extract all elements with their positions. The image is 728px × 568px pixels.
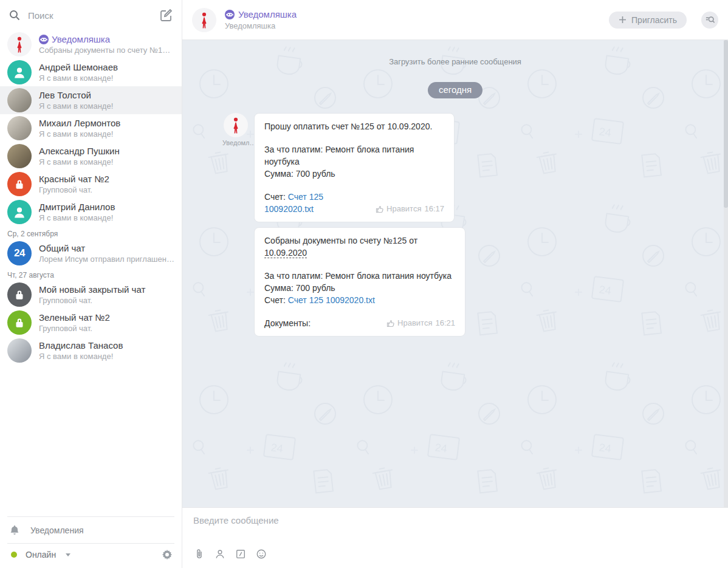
chat-name: Лев Толстой <box>39 89 174 101</box>
message-text: Счет: Счет 125 10092020.txt <box>264 191 362 215</box>
sidebar-item-obschiy-chat[interactable]: 24 Общий чат Лорем Ипсум отправил пригла… <box>0 239 182 267</box>
avatar <box>7 144 32 168</box>
avatar <box>7 60 32 84</box>
load-earlier-messages-link[interactable]: Загрузить более ранние сообщения <box>182 57 728 66</box>
avatar <box>7 116 32 140</box>
message-text: Сумма: 700 рубль <box>264 168 444 180</box>
message-text: Документы: <box>264 317 311 329</box>
avatar-lock-icon <box>7 310 32 335</box>
message-row: Собраны документы по счету №125 от 10.09… <box>182 227 728 337</box>
message-bubble: Прошу оплатить счет №125 от 10.09.2020. … <box>254 113 455 222</box>
underlined-date[interactable]: 10.09.2020 <box>264 248 307 258</box>
message-time: 16:17 <box>424 203 444 215</box>
message-text: Прошу оплатить счет №125 от 10.09.2020. <box>264 120 444 132</box>
command-icon[interactable] <box>235 548 247 560</box>
chat-preview: Групповой чат. <box>39 295 174 306</box>
chat-preview: Групповой чат. <box>39 323 174 334</box>
mention-contact-icon[interactable] <box>214 548 226 560</box>
like-button[interactable]: Нравится <box>376 203 421 215</box>
chat-name: Дмитрий Данилов <box>39 201 174 213</box>
scrollbar-track[interactable] <box>724 40 728 507</box>
notifications-row[interactable]: Уведомления <box>0 517 182 543</box>
sidebar-search-bar <box>0 0 182 30</box>
chat-subtitle: Уведомляшка <box>225 21 600 31</box>
chat-name: Мой новый закрытый чат <box>39 284 174 295</box>
search-icon <box>9 9 21 21</box>
avatar <box>7 200 32 224</box>
message-sender-name: Уведомл… <box>222 139 249 146</box>
message-input[interactable] <box>193 515 717 546</box>
status-label[interactable]: Онлайн <box>26 550 56 559</box>
attach-file-icon[interactable] <box>193 548 205 560</box>
avatar-lock-icon <box>7 282 32 307</box>
search-input[interactable] <box>28 10 151 21</box>
scrollbar-thumb[interactable] <box>724 40 728 208</box>
chat-preview: Лорем Ипсум отправил приглашен… <box>39 254 174 264</box>
chat-title[interactable]: Уведомляшка <box>238 9 297 21</box>
chat-preview: Групповой чат. <box>39 185 174 195</box>
avatar <box>7 32 32 56</box>
messenger-app: Уведомляшка Собраны документы по счету №… <box>0 0 728 568</box>
sidebar-item-tanasov[interactable]: Владислав Танасов Я с вами в команде! <box>0 337 182 364</box>
invite-button[interactable]: Пригласить <box>609 12 687 29</box>
chat-name: Андрей Шемонаев <box>39 61 174 73</box>
day-badge: сегодня <box>428 82 482 98</box>
bot-badge-icon <box>39 35 49 44</box>
bot-badge-icon <box>225 10 235 19</box>
online-status-dot <box>11 552 17 558</box>
message-text: За что платим: Ремонт блока питания ноут… <box>264 143 444 168</box>
thumbs-up-icon <box>386 319 395 327</box>
sidebar-item-danilov[interactable]: Дмитрий Данилов Я с вами в команде! <box>0 198 182 226</box>
chat-name: Александр Пушкин <box>39 145 174 157</box>
message-composer <box>182 507 728 568</box>
status-row: Онлайн <box>0 544 182 568</box>
message-bubble: Собраны документы по счету №125 от 10.09… <box>254 227 465 337</box>
chat-name: Уведомляшка <box>52 33 110 45</box>
sidebar-item-red-chat[interactable]: Красный чат №2 Групповой чат. <box>0 170 182 198</box>
chat-preview: Я с вами в команде! <box>39 129 174 139</box>
chat-header: Уведомляшка Уведомляшка Пригласить <box>182 0 728 40</box>
avatar-badge-24: 24 <box>14 247 25 259</box>
chat-list: Уведомляшка Собраны документы по счету №… <box>0 30 182 516</box>
message-row: Уведомл… Прошу оплатить счет №125 от 10.… <box>182 113 728 222</box>
settings-gear-icon[interactable] <box>161 549 173 561</box>
sidebar-item-green-chat[interactable]: Зеленый чат №2 Групповой чат. <box>0 309 182 337</box>
like-button[interactable]: Нравится <box>386 317 432 329</box>
message-sender-avatar[interactable] <box>224 113 248 137</box>
invoice-file-link[interactable]: Счет 125 10092020.txt <box>288 295 375 305</box>
search-in-chat-button[interactable] <box>701 12 718 29</box>
chat-name: Владислав Танасов <box>39 340 174 351</box>
message-text: За что платим: Ремонт блока питания ноут… <box>264 270 455 282</box>
bell-icon <box>9 524 21 536</box>
chat-preview: Я с вами в команде! <box>39 101 174 111</box>
chat-name: Михаил Лермонтов <box>39 117 174 129</box>
thumbs-up-icon <box>376 205 384 213</box>
sidebar-item-tolstoy[interactable]: Лев Толстой Я с вами в команде! <box>0 86 182 114</box>
chat-preview: Собраны документы по счету №12… <box>39 45 174 55</box>
avatar <box>7 338 32 363</box>
sidebar-item-closed-chat[interactable]: Мой новый закрытый чат Групповой чат. <box>0 281 182 309</box>
sidebar-item-pushkin[interactable]: Александр Пушкин Я с вами в команде! <box>0 142 182 170</box>
message-time: 16:21 <box>435 317 455 329</box>
message-text: Счет: Счет 125 10092020.txt <box>264 294 455 306</box>
chat-header-avatar[interactable] <box>192 8 216 32</box>
avatar <box>7 88 32 112</box>
avatar-lock-icon <box>7 172 32 196</box>
chat-panel: Уведомляшка Уведомляшка Пригласить <box>182 0 728 568</box>
chat-preview: Я с вами в команде! <box>39 213 174 223</box>
sidebar-item-lermontov[interactable]: Михаил Лермонтов Я с вами в команде! <box>0 114 182 142</box>
emoji-icon[interactable] <box>255 548 267 560</box>
sidebar-item-shemonaev[interactable]: Андрей Шемонаев Я с вами в команде! <box>0 58 182 86</box>
sidebar-item-uvedomlyashka[interactable]: Уведомляшка Собраны документы по счету №… <box>0 30 182 58</box>
date-divider: Ср, 2 сентября <box>0 226 182 239</box>
sidebar: Уведомляшка Собраны документы по счету №… <box>0 0 182 568</box>
plus-icon <box>619 16 627 24</box>
chevron-down-icon[interactable] <box>66 553 70 556</box>
chat-name: Зеленый чат №2 <box>39 312 174 323</box>
date-divider: Чт, 27 августа <box>0 267 182 281</box>
compose-new-message-icon[interactable] <box>159 8 173 22</box>
chat-preview: Я с вами в команде! <box>39 73 174 83</box>
chat-name: Общий чат <box>39 242 174 254</box>
notifications-label: Уведомления <box>30 525 84 535</box>
avatar: 24 <box>7 241 32 265</box>
